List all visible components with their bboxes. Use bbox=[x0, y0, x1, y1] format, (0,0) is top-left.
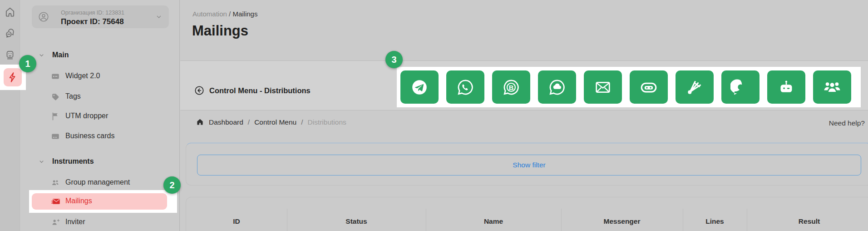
table-header-row: ID Status Name Messenger Lines Result bbox=[186, 217, 868, 226]
card-icon bbox=[50, 131, 60, 141]
svg-text:B: B bbox=[509, 84, 514, 91]
project-id-label: Проект ID: 75648 bbox=[61, 17, 124, 26]
whatsapp-icon bbox=[455, 77, 475, 97]
telegram-icon bbox=[409, 77, 429, 97]
bubble-o-icon bbox=[730, 77, 750, 97]
messenger-groups-button[interactable] bbox=[813, 70, 851, 104]
rail-item-automation[interactable] bbox=[4, 68, 22, 86]
chevron-down-icon bbox=[38, 52, 45, 59]
step-badge-3: 3 bbox=[385, 51, 403, 68]
person-add-icon bbox=[50, 217, 60, 227]
widget-icon bbox=[50, 71, 60, 81]
sidebar-item-group-management[interactable]: Group management bbox=[20, 175, 180, 191]
breadcrumb-mailings: Mailings bbox=[232, 10, 257, 18]
messenger-chatbot-button[interactable] bbox=[630, 70, 668, 104]
column-header-id: ID bbox=[186, 217, 287, 226]
mail-icon bbox=[51, 196, 61, 206]
messenger-email-button[interactable] bbox=[584, 70, 622, 104]
breadcrumb-dashboard[interactable]: Dashboard bbox=[209, 118, 243, 126]
chat-cloud-icon bbox=[547, 77, 567, 97]
messenger-telegram-button[interactable] bbox=[400, 70, 439, 104]
chevron-down-icon bbox=[38, 158, 45, 165]
sidebar-item-widget[interactable]: Widget 2.0 bbox=[20, 68, 180, 85]
sidebar-item-mailings[interactable]: Mailings bbox=[32, 193, 167, 210]
step-badge-1: 1 bbox=[19, 55, 36, 72]
sidebar-item-inviter[interactable]: Inviter bbox=[20, 214, 180, 231]
column-divider bbox=[683, 209, 683, 231]
breadcrumb-bar: Dashboard / Control Menu / Distributions bbox=[196, 118, 346, 126]
organization-id-label: Организация ID: 123831 bbox=[61, 10, 124, 16]
project-selector[interactable]: Организация ID: 123831 Проект ID: 75648 bbox=[32, 5, 169, 28]
column-header-name: Name bbox=[426, 217, 561, 226]
shuttlecock-icon bbox=[685, 77, 705, 97]
home-icon[interactable] bbox=[4, 6, 16, 18]
lightning-icon bbox=[7, 71, 19, 83]
column-divider bbox=[287, 209, 287, 231]
column-header-lines: Lines bbox=[683, 217, 747, 226]
column-header-messenger: Messenger bbox=[561, 217, 683, 226]
messenger-feather-fan-button[interactable] bbox=[676, 70, 714, 104]
sidebar-section-main[interactable]: Main bbox=[20, 47, 180, 63]
page-title: Mailings bbox=[192, 23, 248, 39]
messenger-sms-chat-button[interactable] bbox=[538, 70, 576, 104]
column-header-result: Result bbox=[747, 217, 868, 226]
mailings-table: ID Status Name Messenger Lines Result bbox=[186, 197, 868, 231]
filter-panel: Show filter bbox=[186, 143, 868, 186]
bot-face-icon[interactable] bbox=[4, 49, 16, 61]
column-divider bbox=[561, 209, 562, 231]
sidebar-item-tags[interactable]: Tags bbox=[20, 89, 180, 105]
chevron-down-icon bbox=[155, 13, 163, 20]
icon-rail bbox=[0, 0, 20, 231]
need-help-link[interactable]: Need help? bbox=[829, 119, 865, 127]
email-icon bbox=[593, 77, 613, 97]
breadcrumb-distributions: Distributions bbox=[308, 118, 346, 126]
column-header-status: Status bbox=[287, 217, 426, 226]
messenger-whatsapp-business-button[interactable]: B bbox=[492, 70, 530, 104]
column-divider bbox=[747, 209, 747, 231]
chats-icon[interactable] bbox=[4, 28, 16, 40]
tag-icon bbox=[50, 92, 60, 102]
groups-icon bbox=[822, 77, 842, 97]
breadcrumb-automation[interactable]: Automation bbox=[192, 10, 227, 18]
sidebar-section-instruments[interactable]: Instruments bbox=[20, 153, 180, 170]
chatbot-wide-icon bbox=[639, 77, 659, 97]
messenger-robot-button[interactable] bbox=[767, 70, 805, 104]
breadcrumb-top: Automation / Mailings bbox=[192, 10, 257, 18]
column-divider bbox=[426, 209, 426, 231]
avatar-icon bbox=[38, 11, 49, 23]
main-content: Automation / Mailings Mailings Control M… bbox=[180, 0, 868, 231]
flag-icon bbox=[50, 111, 60, 121]
breadcrumb-control-menu[interactable]: Control Menu bbox=[254, 118, 296, 126]
messenger-whatsapp-button[interactable] bbox=[446, 70, 484, 104]
step-badge-2: 2 bbox=[163, 176, 181, 194]
messenger-bubble-o-button[interactable] bbox=[721, 70, 760, 104]
sidebar-item-utm-dropper[interactable]: UTM dropper bbox=[20, 108, 180, 125]
sidebar-item-business-cards[interactable]: Business cards bbox=[20, 128, 180, 145]
show-filter-button[interactable]: Show filter bbox=[197, 155, 861, 176]
home-icon[interactable] bbox=[196, 118, 204, 126]
back-button[interactable] bbox=[194, 85, 205, 96]
control-menu-title: Control Menu - Distributions bbox=[209, 86, 311, 95]
spotlight-mailings: Mailings bbox=[29, 190, 177, 213]
whatsapp-business-icon: B bbox=[501, 77, 521, 97]
messenger-strip: B bbox=[397, 67, 861, 107]
robot-icon bbox=[776, 77, 796, 97]
group-icon bbox=[50, 178, 60, 188]
app-window: Организация ID: 123831 Проект ID: 75648 … bbox=[0, 0, 868, 231]
